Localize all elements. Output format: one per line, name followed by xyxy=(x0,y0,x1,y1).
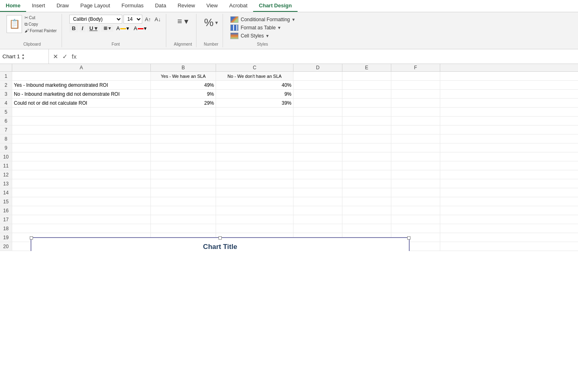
conditional-formatting-button[interactable]: Conditional Formatting ▾ xyxy=(230,16,295,23)
cancel-formula-button[interactable]: ✕ xyxy=(53,53,58,60)
copy-button[interactable]: ⧉ Copy xyxy=(24,21,57,27)
table-row: 10 xyxy=(0,152,578,161)
chart-container[interactable]: Chart Title 60% 50% 40% 30% 20% 10% 0% xyxy=(31,237,410,251)
tab-data[interactable]: Data xyxy=(149,0,172,12)
tab-page-layout[interactable]: Page Layout xyxy=(75,0,116,12)
cell-d4[interactable] xyxy=(293,99,342,107)
alignment-icon[interactable]: ≡ ▾ xyxy=(177,16,188,26)
cell-f1[interactable] xyxy=(391,72,440,80)
tab-home[interactable]: Home xyxy=(0,0,26,12)
cell-f4[interactable] xyxy=(391,99,440,107)
font-name-select[interactable]: Calibri (Body) xyxy=(69,15,122,24)
clipboard-label: Clipboard xyxy=(7,41,57,46)
name-box[interactable]: Chart 1 ▲ ▼ xyxy=(0,49,49,64)
table-row: 17 xyxy=(0,215,578,224)
cell-e4[interactable] xyxy=(342,99,391,107)
italic-button[interactable]: I xyxy=(79,24,86,32)
formula-bar: Chart 1 ▲ ▼ ✕ ✓ fx xyxy=(0,49,578,64)
cell-f3[interactable] xyxy=(391,90,440,98)
format-painter-button[interactable]: 🖌 Format Painter xyxy=(24,28,57,33)
tab-acrobat[interactable]: Acrobat xyxy=(223,0,253,12)
cell-e3[interactable] xyxy=(342,90,391,98)
styles-label: Styles xyxy=(230,41,295,46)
table-row: 2 Yes - Inbound marketing demonstrated R… xyxy=(0,81,578,90)
percent-icon[interactable]: % xyxy=(204,16,214,29)
cell-c3[interactable]: 9% xyxy=(216,90,293,98)
name-box-arrows[interactable]: ▲ ▼ xyxy=(22,53,25,60)
name-box-value: Chart 1 xyxy=(2,53,20,59)
chart-handle-tl[interactable] xyxy=(30,236,33,240)
cell-d2[interactable] xyxy=(293,81,342,89)
confirm-formula-button[interactable]: ✓ xyxy=(62,53,68,60)
font-size-select[interactable]: 14 xyxy=(124,15,142,24)
cell-c2[interactable]: 40% xyxy=(216,81,293,89)
col-header-f[interactable]: F xyxy=(391,64,440,71)
insert-function-button[interactable]: fx xyxy=(72,53,77,60)
cell-d3[interactable] xyxy=(293,90,342,98)
cell-b4[interactable]: 29% xyxy=(151,99,216,107)
tab-draw[interactable]: Draw xyxy=(51,0,75,12)
col-header-b[interactable]: B xyxy=(151,64,216,71)
font-shrink-button[interactable]: A↓ xyxy=(153,16,162,22)
col-header-a[interactable]: A xyxy=(12,64,151,71)
cell-a1[interactable] xyxy=(12,72,151,80)
table-row: 18 xyxy=(0,224,578,233)
table-row: 6 xyxy=(0,117,578,126)
col-header-c[interactable]: C xyxy=(216,64,293,71)
cell-f2[interactable] xyxy=(391,81,440,89)
tab-insert[interactable]: Insert xyxy=(26,0,51,12)
number-area: % ▾ xyxy=(204,15,218,29)
cell-a3[interactable]: No - Inbound marketing did not demonstra… xyxy=(12,90,151,98)
rows-area: 1 Yes - We have an SLA No - We don't hav… xyxy=(0,72,578,251)
font-color-button[interactable]: A ▾ xyxy=(132,24,148,32)
table-row: 16 xyxy=(0,206,578,215)
tab-review[interactable]: Review xyxy=(172,0,201,12)
cell-c1[interactable]: No - We don't have an SLA xyxy=(216,72,293,80)
chart-handle-tc[interactable] xyxy=(218,236,222,240)
tab-view[interactable]: View xyxy=(201,0,223,12)
table-row: 13 xyxy=(0,179,578,188)
formula-controls: ✕ ✓ fx xyxy=(49,53,81,60)
paste-button[interactable]: 📋 xyxy=(7,15,22,33)
col-header-e[interactable]: E xyxy=(342,64,391,71)
cell-b2[interactable]: 49% xyxy=(151,81,216,89)
number-label: Number xyxy=(204,41,218,46)
bold-button[interactable]: B xyxy=(69,24,78,32)
table-row: 8 xyxy=(0,134,578,143)
conditional-formatting-icon xyxy=(230,16,238,23)
col-header-d[interactable]: D xyxy=(293,64,342,71)
alignment-group: ≡ ▾ Alignment xyxy=(170,14,196,47)
chart-handle-tr[interactable] xyxy=(407,236,410,240)
chart-inner: Chart Title 60% 50% 40% 30% 20% 10% 0% xyxy=(31,238,409,251)
cell-e1[interactable] xyxy=(342,72,391,80)
formula-input[interactable] xyxy=(81,53,578,59)
cut-button[interactable]: ✂ Cut xyxy=(24,15,57,21)
ribbon-tab-bar: Home Insert Draw Page Layout Formulas Da… xyxy=(0,0,578,12)
table-row: 15 xyxy=(0,197,578,206)
cell-e2[interactable] xyxy=(342,81,391,89)
font-grow-button[interactable]: A↑ xyxy=(143,16,152,22)
cell-styles-button[interactable]: Cell Styles ▾ xyxy=(230,33,295,39)
chart-title[interactable]: Chart Title xyxy=(36,243,404,251)
styles-group: Conditional Formatting ▾ Format as Table… xyxy=(226,14,299,47)
cell-a2[interactable]: Yes - Inbound marketing demonstrated ROI xyxy=(12,81,151,89)
cell-a4[interactable]: Could not or did not calculate ROI xyxy=(12,99,151,107)
paste-area: 📋 ✂ Cut ⧉ Copy 🖌 Format Painter xyxy=(7,15,57,33)
row-num-2: 2 xyxy=(0,81,12,89)
tab-chart-design[interactable]: Chart Design xyxy=(253,0,298,12)
cell-b1[interactable]: Yes - We have an SLA xyxy=(151,72,216,80)
font-format-row: B I U ▾ ⊞ ▾ A ▾ A ▾ xyxy=(69,24,162,32)
table-row: 7 xyxy=(0,126,578,134)
format-as-table-button[interactable]: Format as Table ▾ xyxy=(230,24,295,31)
fill-color-button[interactable]: A ▾ xyxy=(115,24,131,32)
number-format-dropdown[interactable]: ▾ xyxy=(215,20,218,26)
underline-button[interactable]: U ▾ xyxy=(87,24,100,32)
table-row: 14 xyxy=(0,188,578,197)
cell-d1[interactable] xyxy=(293,72,342,80)
table-row: 11 xyxy=(0,161,578,170)
table-row: 12 xyxy=(0,170,578,179)
cell-b3[interactable]: 9% xyxy=(151,90,216,98)
cell-c4[interactable]: 39% xyxy=(216,99,293,107)
tab-formulas[interactable]: Formulas xyxy=(116,0,149,12)
borders-button[interactable]: ⊞ ▾ xyxy=(101,25,113,32)
